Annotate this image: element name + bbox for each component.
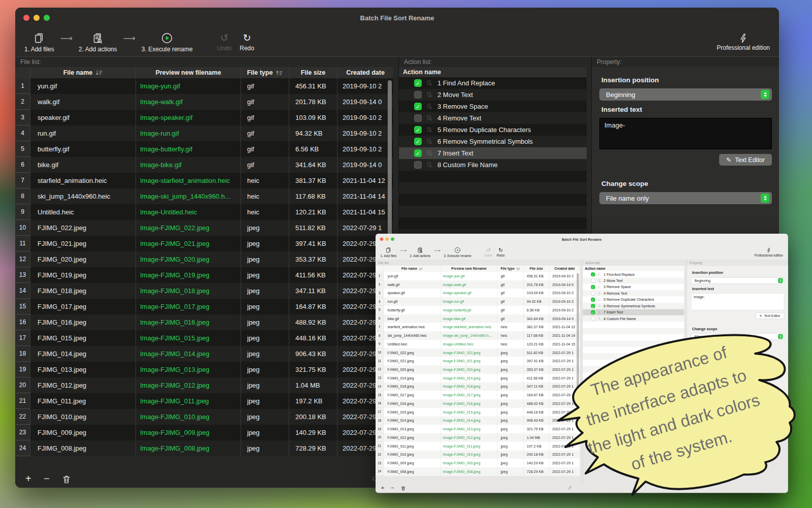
table-row[interactable]: 15 FJIMG_017.jpeg Image-FJIMG_017.jpeg j…: [15, 299, 393, 314]
action-row[interactable]: ✓ 7 Insert Text: [399, 147, 587, 159]
table-row[interactable]: 2 walk.gif Image-walk.gif gif 201.78 KB …: [376, 280, 580, 289]
titlebar[interactable]: Batch File Sort Rename: [15, 8, 779, 28]
action-checkbox[interactable]: ✓: [591, 291, 595, 295]
action-row[interactable]: ✓ 6 Remove Symmetrical Symbols: [399, 136, 587, 147]
column-header-preview[interactable]: Preview new filename: [441, 266, 498, 272]
action-row[interactable]: ✓ 7 Insert Text: [583, 309, 684, 315]
action-checkbox[interactable]: ✓: [591, 272, 595, 276]
table-row[interactable]: 17 FJIMG_015.jpeg Image-FJIMG_015.jpeg j…: [15, 330, 393, 346]
add-actions-button[interactable]: 2. Add actions: [410, 247, 431, 258]
zoom-button[interactable]: [44, 15, 50, 21]
column-header-file-size[interactable]: File size: [524, 266, 550, 272]
action-checkbox[interactable]: ✓: [414, 103, 422, 110]
table-row[interactable]: 21 FJIMG_011.jpeg Image-FJIMG_011.jpeg j…: [15, 393, 393, 409]
table-row[interactable]: 8 ski_jump_1440x960.heic Image-ski_jump_…: [15, 188, 393, 204]
action-row[interactable]: ✓ 3 Remove Space: [399, 101, 587, 112]
action-row[interactable]: ✓ 1 Find And Replace: [583, 271, 684, 277]
action-checkbox[interactable]: ✓: [414, 114, 422, 122]
table-row[interactable]: 5 butterfly.gif Image-butterfly.gif gif …: [15, 141, 393, 157]
action-row[interactable]: ✓ 5 Remove Duplicate Characters: [583, 297, 684, 303]
minimize-button[interactable]: [33, 15, 40, 21]
table-row[interactable]: 3 speaker.gif Image-speaker.gif gif 103.…: [376, 289, 580, 298]
column-header-file-name[interactable]: File name: [384, 266, 441, 272]
table-row[interactable]: 23 FJIMG_009.jpeg Image-FJIMG_009.jpeg j…: [15, 425, 393, 440]
text-editor-button[interactable]: ✎ Text Editor: [719, 154, 772, 166]
change-scope-select[interactable]: File name only: [599, 192, 772, 204]
add-files-button[interactable]: 1. Add files: [381, 247, 397, 258]
action-row[interactable]: ✓ 4 Remove Text: [583, 290, 684, 296]
undo-button[interactable]: ↺ Undo: [485, 247, 492, 258]
action-checkbox[interactable]: ✓: [414, 138, 422, 145]
column-header-file-type[interactable]: File type: [497, 266, 523, 272]
column-header-number[interactable]: [15, 67, 30, 78]
column-header-file-type[interactable]: File type: [241, 67, 289, 78]
action-checkbox[interactable]: ✓: [591, 304, 595, 308]
table-row[interactable]: 4 run.gif Image-run.gif gif 94.32 KB 201…: [15, 125, 393, 141]
column-header-file-size[interactable]: File size: [289, 67, 337, 78]
table-row[interactable]: 20 FJIMG_012.jpeg Image-FJIMG_012.jpeg j…: [15, 377, 393, 393]
action-row[interactable]: ✓ 6 Remove Symmetrical Symbols: [583, 303, 684, 309]
table-row[interactable]: 1 yun.gif Image-yun.gif gif 456.31 KB 20…: [376, 272, 580, 280]
redo-button[interactable]: ↻ Redo: [497, 247, 504, 258]
action-checkbox[interactable]: ✓: [414, 161, 422, 169]
table-row[interactable]: 18 FJIMG_014.jpeg Image-FJIMG_014.jpeg j…: [15, 346, 393, 362]
action-row[interactable]: ✓ 2 Move Text: [399, 89, 587, 101]
redo-button[interactable]: ↻ Redo: [240, 33, 254, 52]
table-row[interactable]: 11 FJIMG_021.jpeg Image-FJIMG_021.jpeg j…: [15, 236, 393, 251]
zoom-button[interactable]: [391, 238, 394, 241]
add-file-button[interactable]: +: [25, 472, 31, 485]
add-files-button[interactable]: 1. Add files: [24, 32, 54, 53]
table-row[interactable]: 14 FJIMG_018.jpeg Image-FJIMG_018.jpeg j…: [15, 283, 393, 299]
insertion-position-select[interactable]: Beginning: [691, 277, 785, 284]
table-row[interactable]: 10 FJIMG_022.jpeg Image-FJIMG_022.jpeg j…: [15, 220, 393, 236]
table-row[interactable]: 6 bike.gif Image-bike.gif gif 341.64 KB …: [15, 157, 393, 173]
table-row[interactable]: 12 FJIMG_020.jpeg Image-FJIMG_020.jpeg j…: [15, 251, 393, 267]
minimize-button[interactable]: [385, 238, 388, 241]
add-actions-button[interactable]: 2. Add actions: [79, 32, 117, 53]
inserted-text-input[interactable]: Image-: [599, 118, 772, 149]
remove-file-button[interactable]: −: [44, 472, 50, 485]
add-file-button[interactable]: +: [381, 485, 384, 491]
table-row[interactable]: 4 run.gif Image-run.gif gif 94.32 KB 201…: [376, 297, 580, 306]
delete-files-button[interactable]: [63, 474, 70, 486]
action-checkbox[interactable]: ✓: [414, 91, 422, 99]
table-row[interactable]: 13 FJIMG_019.jpeg Image-FJIMG_019.jpeg j…: [15, 267, 393, 283]
execute-rename-button[interactable]: 3. Execute rename: [142, 32, 193, 53]
action-checkbox[interactable]: ✓: [414, 79, 422, 87]
remove-file-button[interactable]: −: [391, 485, 394, 491]
column-header-created-date[interactable]: Created date: [550, 266, 580, 272]
table-row[interactable]: 9 Untitled.heic Image-Untitled.heic heic…: [15, 204, 393, 220]
action-row[interactable]: ✓ 8 Custom File Name: [399, 159, 587, 171]
column-header-number[interactable]: [376, 266, 384, 272]
column-header-file-name[interactable]: File name: [30, 67, 136, 78]
action-row[interactable]: ✓ 2 Move Text: [583, 277, 684, 283]
action-checkbox[interactable]: ✓: [591, 310, 595, 314]
action-row[interactable]: ✓ 5 Remove Duplicate Characters: [399, 124, 587, 136]
action-checkbox[interactable]: ✓: [591, 279, 595, 283]
table-row[interactable]: 2 walk.gif Image-walk.gif gif 201.78 KB …: [15, 94, 393, 110]
execute-rename-button[interactable]: 3. Execute rename: [444, 247, 471, 258]
action-checkbox[interactable]: ✓: [591, 285, 595, 289]
table-row[interactable]: 1 yun.gif Image-yun.gif gif 456.31 KB 20…: [15, 78, 393, 94]
action-checkbox[interactable]: ✓: [414, 126, 422, 134]
close-button[interactable]: [380, 238, 383, 241]
insertion-position-select[interactable]: Beginning: [599, 88, 772, 101]
table-row[interactable]: 22 FJIMG_010.jpeg Image-FJIMG_010.jpeg j…: [15, 409, 393, 425]
table-row[interactable]: 3 speaker.gif Image-speaker.gif gif 103.…: [15, 110, 393, 125]
table-row[interactable]: 7 starfield_animation.heic Image-starfie…: [15, 173, 393, 188]
action-row[interactable]: ✓ 3 Remove Space: [583, 284, 684, 290]
column-header-preview[interactable]: Preview new filename: [136, 67, 241, 78]
action-checkbox[interactable]: ✓: [591, 298, 595, 302]
action-row[interactable]: ✓ 1 Find And Replace: [399, 77, 587, 89]
column-header-created-date[interactable]: Created date: [337, 67, 393, 78]
table-row[interactable]: 24 FJIMG_008.jpeg Image-FJIMG_008.jpeg j…: [15, 440, 393, 456]
action-row[interactable]: ✓ 4 Remove Text: [399, 112, 587, 124]
table-row[interactable]: 16 FJIMG_016.jpeg Image-FJIMG_016.jpeg j…: [15, 314, 393, 330]
close-button[interactable]: [23, 15, 29, 21]
table-row[interactable]: 19 FJIMG_013.jpeg Image-FJIMG_013.jpeg j…: [15, 362, 393, 377]
delete-files-button[interactable]: [401, 486, 405, 492]
undo-button[interactable]: ↺ Undo: [217, 33, 232, 52]
action-checkbox[interactable]: ✓: [414, 149, 422, 157]
text-editor-button[interactable]: ✎ Text Editor: [756, 313, 784, 319]
table-row[interactable]: 5 butterfly.gif Image-butterfly.gif gif …: [376, 306, 580, 314]
